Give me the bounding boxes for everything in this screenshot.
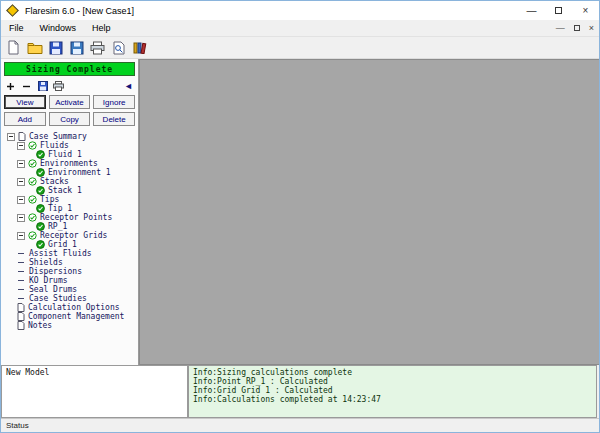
toolbar <box>1 37 599 59</box>
check-open-icon <box>28 231 37 240</box>
menubar-items: FileWindowsHelp <box>1 23 119 33</box>
tree-item-tip-1[interactable]: Tip 1 <box>3 204 136 213</box>
maximize-icon <box>555 7 562 14</box>
view-button[interactable]: View <box>4 95 46 109</box>
print-mini-button[interactable] <box>54 80 66 92</box>
tree-item-ko-drums[interactable]: KO Drums <box>3 276 136 285</box>
bottom-panels: New Model Info:Sizing calculations compl… <box>1 365 599 418</box>
preview-icon <box>112 41 126 55</box>
mdi-restore-button[interactable] <box>574 25 580 31</box>
main-content: Sizing Complete ◄ ViewActivateIgnore Add… <box>1 59 599 365</box>
dash-icon <box>17 258 26 267</box>
collapse-toggle-icon[interactable] <box>17 178 25 186</box>
tree-item-environment-1[interactable]: Environment 1 <box>3 168 136 177</box>
tree-item-receptor-grids[interactable]: Receptor Grids <box>3 231 136 240</box>
tree-item-dispersions[interactable]: Dispersions <box>3 267 136 276</box>
tree-item-label: Assist Fluids <box>29 249 92 258</box>
copy-button[interactable]: Copy <box>49 112 91 126</box>
tree-item-grid-1[interactable]: Grid 1 <box>3 240 136 249</box>
check-solid-icon <box>36 222 45 231</box>
save-mini-button[interactable] <box>38 80 50 92</box>
delete-button[interactable]: Delete <box>93 112 135 126</box>
open-folder-button[interactable] <box>26 38 46 57</box>
tree-item-shields[interactable]: Shields <box>3 258 136 267</box>
print-button[interactable] <box>89 38 109 57</box>
doc-icon <box>17 321 25 330</box>
tree: Case SummaryFluidsFluid 1EnvironmentsEnv… <box>3 128 136 363</box>
save-button[interactable] <box>47 38 67 57</box>
print-mini-icon <box>53 81 64 91</box>
window-controls: — × <box>518 1 599 20</box>
tree-item-component-management[interactable]: Component Management <box>3 312 136 321</box>
collapse-toggle-icon[interactable] <box>17 160 25 168</box>
window-title: Flaresim 6.0 - [New Case1] <box>25 6 518 16</box>
check-solid-icon <box>36 150 45 159</box>
collapse-toggle-icon[interactable] <box>17 232 25 240</box>
tree-item-fluids[interactable]: Fluids <box>3 141 136 150</box>
close-button[interactable]: × <box>572 1 599 20</box>
check-open-icon <box>28 159 37 168</box>
sidebar-mini-toolbar: ◄ <box>3 78 136 94</box>
log-line: Info:Sizing calculations complete <box>193 368 592 377</box>
tree-item-fluid-1[interactable]: Fluid 1 <box>3 150 136 159</box>
log-line: Info:Calculations completed at 14:23:47 <box>193 395 592 404</box>
tree-item-calculation-options[interactable]: Calculation Options <box>3 303 136 312</box>
check-open-icon <box>28 195 37 204</box>
tree-item-assist-fluids[interactable]: Assist Fluids <box>3 249 136 258</box>
add-button[interactable] <box>6 80 18 92</box>
menu-file[interactable]: File <box>1 23 32 33</box>
library-button[interactable] <box>131 38 151 57</box>
mdi-minimize-button[interactable]: — <box>556 23 565 33</box>
workspace-canvas <box>139 59 599 365</box>
check-solid-icon <box>36 186 45 195</box>
tree-item-receptor-points[interactable]: Receptor Points <box>3 213 136 222</box>
check-open-icon <box>28 177 37 186</box>
tree-item-label: Fluids <box>40 141 69 150</box>
tree-item-rp-1[interactable]: RP_1 <box>3 222 136 231</box>
tree-item-label: Seal Drums <box>29 285 77 294</box>
collapse-toggle-icon[interactable] <box>17 196 25 204</box>
tree-item-label: Case Studies <box>29 294 87 303</box>
save-as-button[interactable] <box>68 38 88 57</box>
collapse-toggle-icon[interactable] <box>7 133 15 141</box>
dash-icon <box>17 294 26 303</box>
tree-item-label: Calculation Options <box>28 303 120 312</box>
collapse-toggle-icon[interactable] <box>17 214 25 222</box>
tree-item-label: Case Summary <box>29 132 87 141</box>
preview-button[interactable] <box>110 38 130 57</box>
save-as-icon <box>70 41 84 55</box>
remove-button[interactable] <box>22 80 34 92</box>
tree-item-label: KO Drums <box>29 276 68 285</box>
tree-item-case-summary[interactable]: Case Summary <box>3 132 136 141</box>
minimize-button[interactable]: — <box>518 1 545 20</box>
new-file-button[interactable] <box>5 38 25 57</box>
tree-item-label: Environment 1 <box>48 168 111 177</box>
ignore-button[interactable]: Ignore <box>93 95 135 109</box>
tree-item-case-studies[interactable]: Case Studies <box>3 294 136 303</box>
tree-item-label: Tips <box>40 195 59 204</box>
statusbar: Status <box>1 418 599 432</box>
tree-item-notes[interactable]: Notes <box>3 321 136 330</box>
collapse-toggle-icon[interactable] <box>17 142 25 150</box>
status-banner: Sizing Complete <box>4 62 135 76</box>
maximize-button[interactable] <box>545 1 572 20</box>
menu-windows[interactable]: Windows <box>32 23 85 33</box>
dash-icon <box>17 267 26 276</box>
tree-item-label: Tip 1 <box>48 204 72 213</box>
add-button[interactable]: Add <box>4 112 46 126</box>
remove-icon <box>22 82 31 91</box>
tree-item-seal-drums[interactable]: Seal Drums <box>3 285 136 294</box>
check-open-icon <box>28 141 37 150</box>
menu-help[interactable]: Help <box>84 23 119 33</box>
tree-item-label: Environments <box>40 159 98 168</box>
tree-item-label: Receptor Points <box>40 213 112 222</box>
mdi-close-button[interactable]: × <box>589 23 594 33</box>
tree-item-stacks[interactable]: Stacks <box>3 177 136 186</box>
tree-item-environments[interactable]: Environments <box>3 159 136 168</box>
tree-item-stack-1[interactable]: Stack 1 <box>3 186 136 195</box>
collapse-panel-button[interactable]: ◄ <box>124 82 133 91</box>
activate-button[interactable]: Activate <box>49 95 91 109</box>
log-panel: Info:Sizing calculations completeInfo:Po… <box>188 365 597 418</box>
tree-item-tips[interactable]: Tips <box>3 195 136 204</box>
print-icon <box>90 41 105 55</box>
